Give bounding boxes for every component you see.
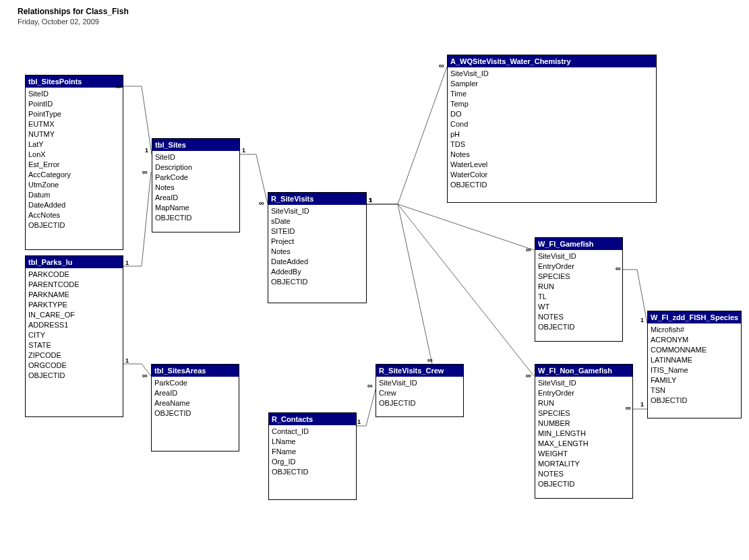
- table-field: WEIGHT: [538, 449, 630, 459]
- table-field: AddedBy: [271, 267, 363, 277]
- table-field: RUN: [538, 398, 630, 408]
- table-field: OBJECTID: [271, 277, 363, 287]
- table-field: OBJECTID: [538, 479, 630, 489]
- cardinality-many: ∞: [526, 245, 530, 253]
- table-tbl_sitespoints[interactable]: tbl_SitesPointsSiteIDPointIDPointTypeEUT…: [25, 75, 123, 250]
- table-field: COMMONNAME: [651, 345, 738, 355]
- table-field: SiteVisit_ID: [538, 251, 620, 261]
- table-field: Contact_ID: [272, 427, 353, 437]
- cardinality-many: ∞: [142, 168, 146, 176]
- table-fields: SiteVisit_IDSamplerTimeTempDOCondpHTDSNo…: [448, 67, 656, 191]
- table-field: Notes: [450, 150, 653, 160]
- table-field: MapName: [155, 203, 237, 213]
- table-field: ZIPCODE: [28, 350, 120, 361]
- table-a_wqsitevisits_water_chemistry[interactable]: A_WQSiteVisits_Water_ChemistrySiteVisit_…: [447, 55, 657, 203]
- table-r_sitevisits[interactable]: R_SiteVisitsSiteVisit_IDsDateSITEIDProje…: [268, 192, 367, 303]
- table-title: tbl_SitesPoints: [26, 75, 123, 88]
- table-fields: SiteVisit_IDEntryOrderRUNSPECIESNUMBERMI…: [535, 377, 632, 491]
- table-field: OBJECTID: [28, 220, 120, 230]
- cardinality-many: ∞: [439, 61, 443, 69]
- cardinality-one: 1: [357, 418, 361, 425]
- table-field: LATINNAME: [651, 355, 738, 365]
- table-field: OBJECTID: [450, 180, 653, 190]
- table-field: MIN_LENGTH: [538, 429, 630, 439]
- table-field: TL: [538, 292, 620, 302]
- table-field: Time: [450, 89, 653, 99]
- table-field: Datum: [28, 190, 120, 200]
- table-field: LatY: [28, 139, 120, 150]
- table-title: R_Contacts: [269, 413, 356, 425]
- table-field: SiteVisit_ID: [271, 206, 363, 216]
- table-field: SiteVisit_ID: [450, 69, 653, 79]
- table-field: PARKCODE: [28, 270, 120, 280]
- table-field: RUN: [538, 282, 620, 292]
- table-field: DateAdded: [271, 257, 363, 267]
- table-field: WaterLevel: [450, 160, 653, 170]
- table-field: SiteVisit_ID: [538, 378, 630, 388]
- table-w_fi_gamefish[interactable]: W_FI_GamefishSiteVisit_IDEntryOrderSPECI…: [535, 237, 623, 342]
- table-field: SITEID: [271, 226, 363, 237]
- table-field: pH: [450, 129, 653, 139]
- page-subtitle: Friday, October 02, 2009: [18, 18, 99, 26]
- table-field: AreaName: [154, 398, 236, 408]
- table-title: tbl_SitesAreas: [152, 365, 239, 377]
- table-field: OBJECTID: [272, 467, 353, 477]
- table-field: SiteVisit_ID: [379, 378, 460, 388]
- table-field: UtmZone: [28, 180, 120, 190]
- cardinality-many: ∞: [259, 199, 263, 207]
- table-field: DateAdded: [28, 200, 120, 210]
- table-fields: SiteIDPointIDPointTypeEUTMXNUTMYLatYLonX…: [26, 88, 123, 232]
- table-field: TSN: [651, 385, 738, 396]
- table-r_sitevisits_crew[interactable]: R_SiteVisits_CrewSiteVisit_IDCrewOBJECTI…: [376, 364, 464, 417]
- table-field: PointID: [28, 99, 120, 109]
- cardinality-many: ∞: [142, 371, 146, 379]
- table-w_fi_zdd_fish_species[interactable]: W_FI_zdd_FISH_SpeciesMicrofish#ACRONYMCO…: [647, 311, 742, 418]
- table-field: PARENTCODE: [28, 280, 120, 290]
- table-field: OBJECTID: [28, 371, 120, 381]
- cardinality-one: 1: [242, 147, 245, 154]
- table-field: OBJECTID: [155, 213, 237, 223]
- cardinality-one: 1: [145, 147, 148, 154]
- table-field: CITY: [28, 330, 120, 340]
- table-field: NUMBER: [538, 418, 630, 429]
- cardinality-many: ∞: [116, 82, 120, 90]
- table-field: Microfish#: [651, 325, 738, 335]
- table-field: Org_ID: [272, 457, 353, 467]
- table-r_contacts[interactable]: R_ContactsContact_IDLNameFNameOrg_IDOBJE…: [268, 412, 357, 500]
- table-field: SiteID: [28, 89, 120, 99]
- table-field: LName: [272, 437, 353, 447]
- table-field: PointType: [28, 109, 120, 119]
- table-tbl_parks_lu[interactable]: tbl_Parks_luPARKCODEPARENTCODEPARKNAMEPA…: [25, 255, 123, 417]
- table-field: Notes: [271, 247, 363, 257]
- table-field: ACRONYM: [651, 335, 738, 345]
- table-title: R_SiteVisits: [268, 193, 366, 205]
- table-field: AccNotes: [28, 210, 120, 220]
- table-field: NUTMY: [28, 129, 120, 139]
- table-field: Sampler: [450, 79, 653, 89]
- table-title: R_SiteVisits_Crew: [376, 365, 463, 377]
- table-field: DO: [450, 109, 653, 119]
- cardinality-many: ∞: [367, 381, 371, 390]
- table-field: Crew: [379, 388, 460, 398]
- table-field: EntryOrder: [538, 388, 630, 398]
- cardinality-one: 1: [640, 401, 644, 408]
- table-field: Temp: [450, 99, 653, 109]
- cardinality-one: 1: [640, 317, 644, 323]
- table-field: NOTES: [538, 469, 630, 479]
- table-field: STATE: [28, 340, 120, 350]
- table-field: ParkCode: [154, 378, 236, 388]
- table-field: MORTALITY: [538, 459, 630, 469]
- cardinality-many: ∞: [616, 264, 620, 272]
- table-tbl_sitesareas[interactable]: tbl_SitesAreasParkCodeAreaIDAreaNameOBJE…: [151, 364, 239, 452]
- table-fields: Contact_IDLNameFNameOrg_IDOBJECTID: [269, 425, 356, 478]
- table-field: OBJECTID: [651, 396, 738, 406]
- table-field: AreaID: [154, 388, 236, 398]
- table-title: tbl_Sites: [152, 139, 239, 151]
- table-field: sDate: [271, 216, 363, 226]
- table-field: SiteID: [155, 152, 237, 162]
- table-fields: Microfish#ACRONYMCOMMONNAMELATINNAMEITIS…: [648, 323, 741, 407]
- table-fields: ParkCodeAreaIDAreaNameOBJECTID: [152, 377, 239, 420]
- table-w_fi_non_gamefish[interactable]: W_FI_Non_GamefishSiteVisit_IDEntryOrderR…: [535, 364, 633, 499]
- table-field: LonX: [28, 150, 120, 160]
- table-tbl_sites[interactable]: tbl_SitesSiteIDDescriptionParkCodeNotesA…: [152, 138, 240, 232]
